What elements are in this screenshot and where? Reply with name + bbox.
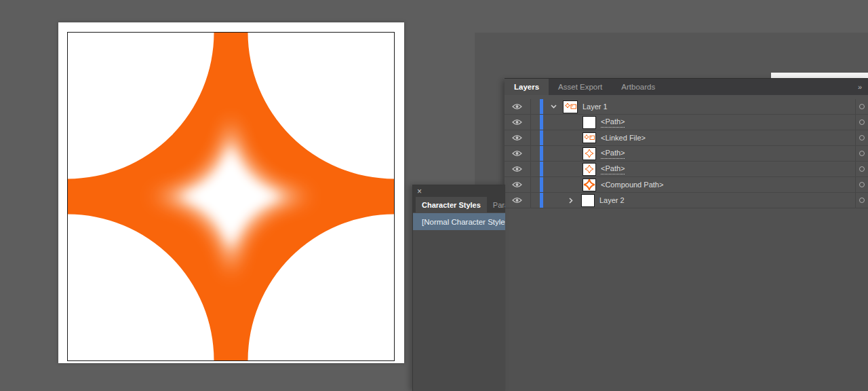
target-column bbox=[855, 177, 868, 192]
visibility-column bbox=[505, 99, 531, 114]
layer-row-path-diamond[interactable]: <Path> bbox=[505, 146, 868, 162]
linked-file-thumbnail[interactable] bbox=[583, 132, 596, 143]
eye-icon[interactable] bbox=[512, 103, 522, 110]
target-column bbox=[855, 130, 868, 145]
target-column bbox=[855, 99, 868, 114]
selection-color-bar bbox=[540, 130, 543, 145]
chevron-down-icon[interactable] bbox=[549, 105, 558, 109]
target-circle[interactable] bbox=[859, 182, 865, 187]
panel-overflow-menu-icon[interactable]: » bbox=[855, 79, 864, 95]
selection-color-bar bbox=[540, 177, 543, 192]
target-circle[interactable] bbox=[859, 166, 865, 172]
target-circle[interactable] bbox=[859, 119, 865, 125]
object-name[interactable]: <Linked File> bbox=[601, 134, 646, 143]
target-column bbox=[855, 115, 868, 130]
chevron-right-icon[interactable] bbox=[566, 198, 576, 204]
tab-character-styles[interactable]: Character Styles bbox=[416, 197, 487, 212]
character-styles-titlebar: × bbox=[413, 185, 505, 197]
selection-color-bar bbox=[540, 146, 543, 161]
selection-color-bar bbox=[540, 162, 543, 176]
layers-panel: Layers Asset Export Artboards » bbox=[505, 78, 868, 391]
visibility-column bbox=[505, 115, 531, 130]
target-circle[interactable] bbox=[859, 135, 865, 141]
target-column bbox=[855, 146, 868, 161]
tab-layers[interactable]: Layers bbox=[505, 79, 549, 95]
selection-color-bar bbox=[540, 115, 543, 130]
layer-row-layer1[interactable]: Layer 1 bbox=[505, 99, 868, 115]
object-thumbnail[interactable] bbox=[583, 147, 596, 160]
visibility-column bbox=[505, 177, 531, 192]
layer-name[interactable]: Layer 1 bbox=[583, 103, 608, 111]
layers-panel-tabbar: Layers Asset Export Artboards » bbox=[505, 79, 868, 95]
object-thumbnail[interactable] bbox=[583, 163, 596, 176]
artboard-canvas[interactable] bbox=[58, 22, 404, 363]
close-icon[interactable]: × bbox=[417, 187, 422, 196]
layer-row-linked-file[interactable]: <Linked File> bbox=[505, 130, 868, 146]
visibility-column bbox=[505, 146, 531, 161]
eye-icon[interactable] bbox=[512, 150, 522, 157]
eye-icon[interactable] bbox=[512, 119, 522, 126]
visibility-column bbox=[505, 193, 531, 208]
tab-asset-export[interactable]: Asset Export bbox=[549, 79, 612, 95]
selection-color-bar bbox=[540, 99, 543, 114]
eye-icon[interactable] bbox=[512, 181, 522, 188]
character-styles-tabbar: Character Styles Para bbox=[413, 197, 505, 212]
layer-row-path-diamond[interactable]: <Path> bbox=[505, 162, 868, 177]
character-styles-panel: × Character Styles Para [Normal Characte… bbox=[412, 185, 505, 391]
layers-list: Layer 1 <Path> bbox=[505, 95, 868, 208]
layer-thumbnail[interactable] bbox=[563, 100, 578, 113]
target-column bbox=[855, 193, 868, 208]
object-thumbnail[interactable] bbox=[583, 179, 596, 191]
layer-row-compound-path[interactable]: <Compound Path> bbox=[505, 177, 868, 193]
tab-paragraph-styles[interactable]: Para bbox=[487, 197, 505, 212]
eye-icon[interactable] bbox=[512, 166, 522, 172]
object-thumbnail[interactable] bbox=[583, 116, 596, 129]
style-item-normal-character-style[interactable]: [Normal Character Style bbox=[413, 213, 505, 230]
target-circle[interactable] bbox=[859, 104, 865, 109]
eye-icon[interactable] bbox=[512, 197, 522, 204]
visibility-column bbox=[505, 130, 531, 145]
target-circle[interactable] bbox=[859, 151, 865, 156]
artboard[interactable] bbox=[58, 22, 404, 363]
layer-row-layer2[interactable]: Layer 2 bbox=[505, 193, 868, 208]
layer-name[interactable]: Layer 2 bbox=[599, 196, 625, 205]
layer-thumbnail[interactable] bbox=[581, 194, 595, 207]
selection-color-bar bbox=[540, 193, 543, 208]
target-column bbox=[855, 162, 868, 176]
layer-row-path-white[interactable]: <Path> bbox=[505, 115, 868, 130]
object-name[interactable]: <Path> bbox=[601, 117, 625, 128]
tab-artboards[interactable]: Artboards bbox=[612, 79, 665, 95]
object-name[interactable]: <Compound Path> bbox=[601, 181, 663, 189]
object-name[interactable]: <Path> bbox=[601, 149, 625, 159]
visibility-column bbox=[505, 162, 531, 176]
target-circle[interactable] bbox=[859, 198, 865, 203]
eye-icon[interactable] bbox=[512, 134, 522, 141]
panel-dock-highlight-bar bbox=[771, 73, 868, 78]
object-name[interactable]: <Path> bbox=[601, 164, 625, 174]
